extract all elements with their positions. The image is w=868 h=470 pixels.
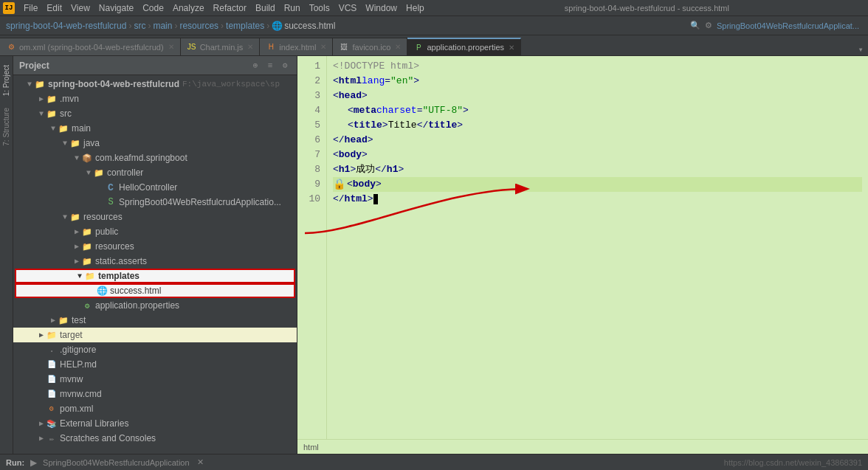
code-line-1: <!DOCTYPE html> [333, 59, 862, 74]
tree-item-controller[interactable]: ▼ 📁 controller [13, 165, 297, 180]
code-editor[interactable]: <!DOCTYPE html> <html lang="en"> <head> … [327, 56, 868, 439]
menu-run[interactable]: Run [280, 0, 305, 16]
line-num-5: 5 [297, 118, 320, 133]
menu-help[interactable]: Help [402, 0, 429, 16]
tree-item-pomxml[interactable]: ⚙ pom.xml [13, 401, 297, 416]
code-line-6: </head> [333, 133, 862, 148]
java-folder-icon: 📁 [69, 137, 81, 149]
code-line-5: <title>Title</title> [333, 118, 862, 133]
line-num-2: 2 [297, 74, 320, 89]
tree-label-src: src [60, 108, 72, 119]
tree-item-success-html[interactable]: 🌐 success.html [15, 283, 295, 298]
tree-item-public[interactable]: ▶ 📁 public [13, 224, 297, 239]
html-file-icon: 🌐 [96, 285, 108, 297]
tree-item-com[interactable]: ▼ 📦 com.keafmd.springboot [13, 151, 297, 165]
breadcrumb-main[interactable]: main [153, 21, 172, 31]
breadcrumb-project[interactable]: spring-boot-04-web-restfulcrud [6, 21, 126, 31]
tree-item-mvnwcmd[interactable]: 📄 mvnw.cmd [13, 387, 297, 401]
tree-arrow-scratches: ▶ [37, 434, 46, 443]
menu-view[interactable]: View [66, 0, 94, 16]
java-class-icon: C [105, 182, 117, 193]
tab-index-html[interactable]: H index.html ✕ [260, 38, 333, 55]
tree-item-test[interactable]: ▶ 📁 test [13, 313, 297, 328]
settings-button[interactable]: ⚙ [279, 60, 291, 72]
menu-edit[interactable]: Edit [42, 0, 66, 16]
tree-item-main[interactable]: ▼ 📁 main [13, 121, 297, 136]
editor-status-lang: html [303, 443, 319, 452]
code-line-10: </html> [333, 192, 862, 207]
menu-code[interactable]: Code [138, 0, 168, 16]
side-tab-structure[interactable]: 7: Structure [1, 102, 12, 152]
tree-item-resources-main[interactable]: ▼ 📁 resources [13, 210, 297, 224]
tab-app-properties[interactable]: P application.properties ✕ [407, 38, 521, 55]
breadcrumb-sep-4: › [221, 21, 224, 31]
status-run-label: Run: [6, 458, 24, 467]
tab-pom-xml[interactable]: ⚙ om.xml (spring-boot-04-web-restfulcrud… [0, 38, 181, 55]
tab-close-1[interactable]: ✕ [247, 43, 253, 51]
menu-file[interactable]: File [19, 0, 42, 16]
collapse-all-button[interactable]: ≡ [264, 60, 276, 72]
tree-arrow-mvn: ▶ [37, 94, 46, 103]
status-bar: Run: ▶ SpringBoot04WebRestfulcrudApplica… [0, 454, 868, 470]
tree-item-appprops[interactable]: ⚙ application.properties [13, 298, 297, 313]
tab-favicon[interactable]: 🖼 favicon.ico ✕ [333, 38, 407, 55]
tree-label-springapp: SpringBoot04WebRestfulcrudApplicatio... [119, 197, 281, 207]
tab-close-0[interactable]: ✕ [168, 43, 174, 51]
menu-navigate[interactable]: Navigate [94, 0, 138, 16]
menu-vcs[interactable]: VCS [334, 0, 362, 16]
tab-close-2[interactable]: ✕ [320, 43, 326, 51]
run-app-name[interactable]: SpringBoot04WebRestfulcrudApplication [43, 458, 190, 467]
tree-item-target[interactable]: ▶ 📁 target [13, 328, 297, 342]
html-icon: H [266, 42, 276, 52]
tree-arrow-main: ▼ [49, 125, 58, 133]
target-folder-icon: 📁 [46, 329, 58, 341]
line-num-6: 6 [297, 133, 320, 148]
menu-window[interactable]: Window [361, 0, 402, 16]
tree-item-helpmd[interactable]: 📄 HELP.md [13, 357, 297, 372]
tree-item-gitignore[interactable]: . .gitignore [13, 342, 297, 357]
tree-item-mvnw[interactable]: 📄 mvnw [13, 372, 297, 387]
project-header-icons: ⊕ ≡ ⚙ [249, 60, 291, 72]
tree-item-root[interactable]: ▼ 📁 spring-boot-04-web-restfulcrud F:\ja… [13, 77, 297, 91]
code-line-8: <h1>成功</h1> [333, 162, 862, 177]
file-tree: ▼ 📁 spring-boot-04-web-restfulcrud F:\ja… [13, 75, 297, 454]
locate-file-button[interactable]: ⊕ [249, 60, 261, 72]
tree-item-java[interactable]: ▼ 📁 java [13, 136, 297, 151]
menu-analyze[interactable]: Analyze [168, 0, 209, 16]
breadcrumb-resources[interactable]: resources [179, 21, 218, 31]
tree-item-resources-child[interactable]: ▶ 📁 resources [13, 239, 297, 254]
side-tab-project[interactable]: 1: Project [1, 59, 12, 102]
tree-arrow-root: ▼ [25, 80, 34, 89]
mvn-folder-icon: 📁 [46, 93, 58, 105]
tab-close-4[interactable]: ✕ [509, 44, 514, 52]
props-icon: P [413, 42, 424, 52]
menu-tools[interactable]: Tools [305, 0, 334, 16]
more-tabs-button[interactable]: ▾ [853, 44, 868, 55]
main-folder-icon: 📁 [58, 122, 69, 134]
templates-folder-icon: 📁 [84, 270, 96, 282]
tree-item-hello[interactable]: C HelloController [13, 180, 297, 195]
tree-label-scratches: Scratches and Consoles [60, 433, 156, 443]
tab-close-3[interactable]: ✕ [395, 43, 401, 51]
xml-icon: ⚙ [6, 42, 16, 52]
code-line-2: <html lang="en"> [333, 74, 862, 89]
tree-item-extlibs[interactable]: ▶ 📚 External Libraries [13, 416, 297, 431]
tree-item-src[interactable]: ▼ 📁 src [13, 106, 297, 121]
springapp-icon: S [105, 196, 117, 208]
menu-build[interactable]: Build [251, 0, 280, 16]
tree-item-static[interactable]: ▶ 📁 static.asserts [13, 254, 297, 269]
tree-item-templates[interactable]: ▼ 📁 templates [15, 269, 295, 283]
test-folder-icon: 📁 [58, 314, 69, 326]
tree-item-scratches[interactable]: ▶ ✏ Scratches and Consoles [13, 431, 297, 446]
tab-chart-js[interactable]: JS Chart.min.js ✕ [181, 38, 261, 55]
status-close-run[interactable]: ✕ [197, 457, 204, 467]
tree-arrow-resources-child: ▶ [72, 242, 81, 251]
tree-item-springapp[interactable]: S SpringBoot04WebRestfulcrudApplicatio..… [13, 195, 297, 210]
breadcrumb-src[interactable]: src [134, 21, 145, 31]
line-num-7: 7 [297, 148, 320, 162]
tree-item-mvn[interactable]: ▶ 📁 .mvn [13, 91, 297, 106]
status-url: https://blog.csdn.net/weixin_43868391 [724, 458, 862, 467]
menu-refactor[interactable]: Refactor [209, 0, 251, 16]
breadcrumb-templates[interactable]: templates [226, 21, 264, 31]
tree-label-com: com.keafmd.springboot [95, 153, 187, 163]
